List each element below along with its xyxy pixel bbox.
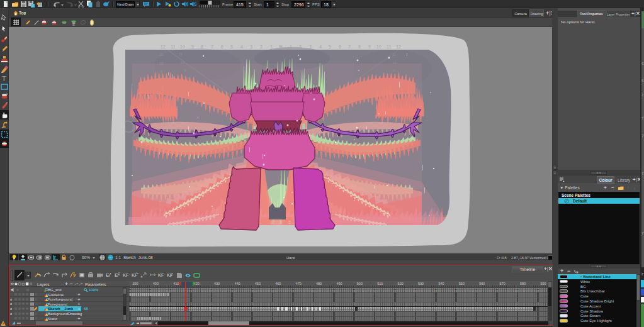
svg-text:S: S [194,2,196,6]
svg-text:KF: KF [123,273,129,277]
svg-text:6: 6 [339,45,341,49]
svg-text:3: 3 [280,220,282,224]
svg-text:KF: KF [158,273,164,277]
svg-text:5: 5 [230,45,233,49]
svg-text:11: 11 [387,45,391,49]
svg-text:2: 2 [299,45,302,49]
svg-text:E: E [106,272,110,278]
svg-text:12: 12 [161,45,166,49]
svg-text:9: 9 [191,45,194,49]
svg-text:8: 8 [201,45,203,49]
svg-text:2: 2 [260,45,263,49]
svg-text:11: 11 [392,53,397,57]
svg-text:4: 4 [319,45,322,49]
svg-text:7: 7 [348,45,351,49]
svg-text:4: 4 [240,45,243,49]
svg-text:5: 5 [288,220,291,224]
svg-text:1: 1 [290,45,292,49]
svg-text:5: 5 [329,45,331,49]
svg-text:10: 10 [376,45,381,49]
svg-text:3: 3 [309,45,312,49]
svg-text:8: 8 [358,45,361,49]
svg-text:1: 1 [271,220,273,224]
svg-text:11: 11 [171,45,175,49]
svg-text:KF: KF [132,273,138,277]
svg-text:10: 10 [180,45,185,49]
svg-text:11: 11 [179,52,183,56]
svg-text:N: N [279,45,282,49]
svg-text:9: 9 [368,45,371,49]
svg-text:11: 11 [159,53,164,57]
svg-text:T: T [2,74,6,82]
svg-text:6: 6 [221,45,223,49]
svg-text:7: 7 [211,45,213,49]
svg-text:12: 12 [396,45,401,49]
svg-text:3: 3 [250,45,252,49]
svg-text:1: 1 [270,45,273,49]
